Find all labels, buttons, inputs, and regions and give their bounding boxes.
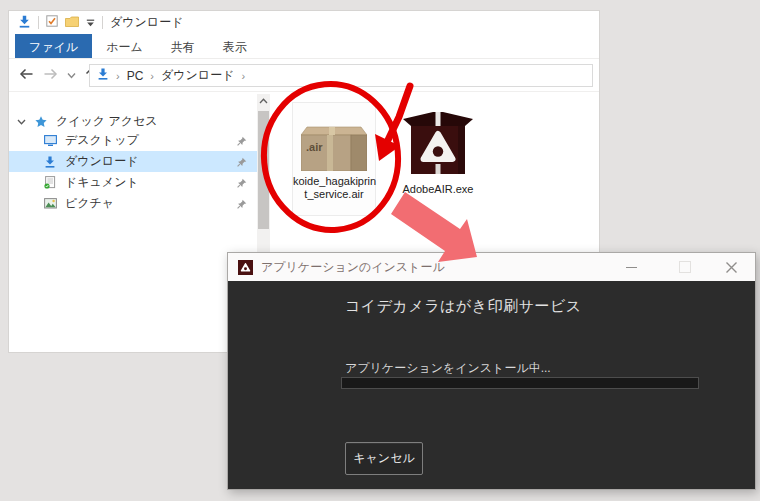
- download-folder-icon: [18, 15, 31, 31]
- file-air-package[interactable]: .air koide_hagakiprin t_service.air: [292, 102, 376, 216]
- window-title: ダウンロード: [110, 14, 183, 31]
- sidebar-item-downloads[interactable]: ダウンロード: [9, 151, 259, 172]
- divider: [102, 16, 103, 29]
- sidebar-quick-access-label: クイック アクセス: [56, 113, 158, 130]
- scrollbar-up-icon[interactable]: [257, 94, 270, 108]
- file-adobe-air-installer[interactable]: AdobeAIR.exe: [392, 107, 484, 196]
- tab-view[interactable]: 表示: [209, 34, 261, 58]
- back-icon[interactable]: [19, 68, 34, 83]
- download-folder-icon: [97, 68, 109, 83]
- install-progress-bar: [341, 377, 699, 389]
- scrollbar-thumb[interactable]: [258, 111, 269, 229]
- address-bar[interactable]: › PC › ダウンロード ›: [89, 64, 593, 87]
- quick-access-star-icon: [34, 116, 48, 128]
- dialog-title: アプリケーションのインストール: [261, 259, 445, 276]
- breadcrumb-downloads[interactable]: ダウンロード: [161, 67, 234, 84]
- maximize-icon[interactable]: [679, 261, 691, 273]
- cancel-button[interactable]: キャンセル: [345, 442, 423, 475]
- breadcrumb-separator: ›: [241, 70, 245, 82]
- install-status-text: アプリケーションをインストール中...: [345, 360, 551, 377]
- pin-icon[interactable]: [237, 156, 247, 170]
- dialog-titlebar[interactable]: アプリケーションのインストール: [228, 253, 755, 281]
- air-package-icon: .air: [293, 117, 375, 171]
- tab-file[interactable]: ファイル: [15, 34, 92, 58]
- tab-share[interactable]: 共有: [157, 34, 209, 58]
- ribbon-tabs: ファイル ホーム 共有 表示: [9, 34, 599, 59]
- breadcrumb-separator: ›: [116, 70, 120, 82]
- explorer-titlebar: ダウンロード: [9, 11, 599, 34]
- desktop-icon: [43, 135, 57, 147]
- pin-icon[interactable]: [237, 135, 247, 149]
- tab-home[interactable]: ホーム: [92, 34, 157, 58]
- new-folder-icon[interactable]: [65, 16, 79, 30]
- air-box-text: .air: [306, 141, 323, 153]
- breadcrumb-pc[interactable]: PC: [127, 69, 144, 83]
- adobe-air-app-icon: [238, 260, 253, 275]
- divider: [38, 16, 39, 29]
- sidebar-quick-access[interactable]: クイック アクセス: [9, 111, 259, 132]
- breadcrumb-separator: ›: [150, 70, 154, 82]
- properties-checkbox-icon[interactable]: [46, 15, 58, 30]
- installer-dialog: アプリケーションのインストール コイデカメラはがき印刷サービス アプリケーション…: [227, 252, 756, 490]
- chevron-down-icon[interactable]: [17, 115, 26, 129]
- pictures-icon: [43, 198, 57, 209]
- app-name: コイデカメラはがき印刷サービス: [345, 297, 582, 316]
- sidebar-item-pictures[interactable]: ピクチャ: [9, 193, 259, 214]
- file-label: AdobeAIR.exe: [392, 183, 484, 196]
- pin-icon[interactable]: [237, 198, 247, 212]
- forward-icon[interactable]: [43, 68, 58, 83]
- minimize-icon[interactable]: [626, 267, 637, 268]
- navigation-bar: › PC › ダウンロード ›: [9, 59, 599, 92]
- pin-icon[interactable]: [237, 177, 247, 191]
- close-icon[interactable]: [725, 260, 738, 278]
- recent-locations-dropdown-icon[interactable]: [67, 68, 76, 82]
- sidebar-item-desktop[interactable]: デスクトップ: [9, 130, 259, 151]
- download-icon: [43, 156, 57, 168]
- sidebar-item-documents[interactable]: ドキュメント: [9, 172, 259, 193]
- qat-customize-dropdown-icon[interactable]: [86, 16, 95, 30]
- document-icon: [43, 176, 57, 189]
- adobe-air-installer-icon: [392, 107, 484, 179]
- file-label: koide_hagakiprin t_service.air: [293, 175, 375, 201]
